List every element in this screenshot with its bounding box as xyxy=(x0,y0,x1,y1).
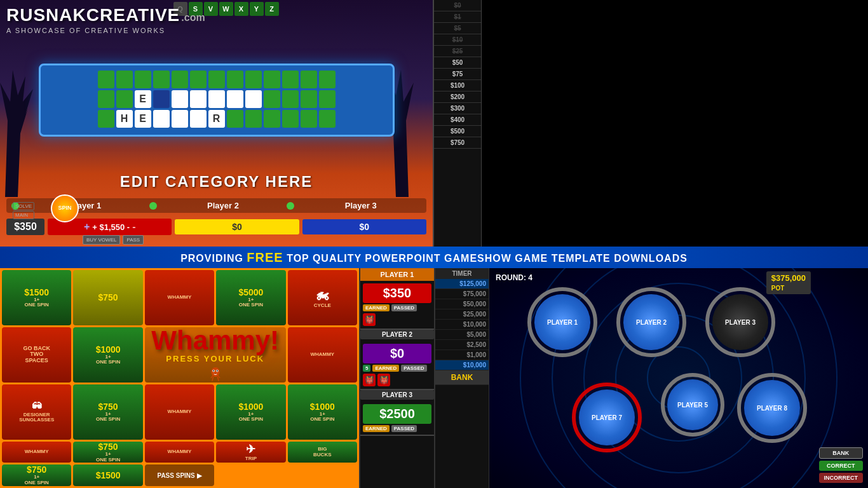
bank-button[interactable]: BANK xyxy=(819,447,864,459)
brand-dotcom: .com xyxy=(181,12,205,24)
spin-badge[interactable]: SPIN xyxy=(51,194,79,222)
cell xyxy=(227,110,243,128)
amount-25: $25 xyxy=(434,46,481,57)
cell-e: E xyxy=(135,90,151,108)
pyl-player3-section: $2500 EARNED PASSED xyxy=(360,402,434,436)
player1-score-value: + $1,550 - xyxy=(92,222,130,232)
wheel-of-fortune-panel: RUSNAKCREATIVE .com A SHOWCASE OF CREATI… xyxy=(0,0,434,248)
pyl-amount: $1000 xyxy=(310,402,335,412)
buy-vowel-button[interactable]: BUY VOWEL xyxy=(83,235,120,245)
wof-row-2: E xyxy=(46,90,388,108)
brand-name: RUSNAKCREATIVE xyxy=(6,5,180,25)
player3-score[interactable]: $0 xyxy=(302,219,426,234)
plus-icon[interactable]: + xyxy=(84,221,90,233)
pyl-cell-5000[interactable]: $5000 1+ONE SPIN xyxy=(216,270,285,325)
pyl-cell-whammy1[interactable]: WHAMMY xyxy=(145,270,214,325)
amount-400: $400 xyxy=(434,114,481,126)
wheel-player2-button[interactable]: PLAYER 2 xyxy=(616,287,686,357)
cell xyxy=(98,71,114,88)
pyl-cell-750d[interactable]: $750 1+ONE SPIN xyxy=(2,464,71,486)
pyl-amount: $750 xyxy=(98,442,118,452)
minus-icon[interactable]: - xyxy=(132,221,135,233)
pyl-label: 1+ONE SPIN xyxy=(239,412,263,423)
cell xyxy=(98,110,114,128)
amount-200: $200 xyxy=(434,92,481,103)
amount-5: $5 xyxy=(434,23,481,34)
cell xyxy=(153,71,170,88)
wp2-label: PLAYER 2 xyxy=(636,319,667,326)
pyl-player2-section: $0 5 EARNED PASSED 👹 👹 xyxy=(360,341,434,390)
cell xyxy=(301,110,317,128)
cashwiz-25000: $25,000 xyxy=(435,309,489,320)
pyl-cell-1500b[interactable]: $1500 xyxy=(73,464,142,486)
alpha-w: W xyxy=(219,2,233,16)
pyl-label: BIGBUCKS xyxy=(313,447,331,458)
pyl-cell-whammy3[interactable]: WHAMMY xyxy=(145,384,214,440)
pyl-cell-750c[interactable]: $750 1+ONE SPIN xyxy=(73,442,142,463)
pyl-player1-section: $350 EARNED PASSED 👹 xyxy=(360,281,434,330)
wp1-label: PLAYER 1 xyxy=(547,319,578,326)
wheel-round-label: ROUND: 4 xyxy=(496,273,532,282)
pyl-cell-1000c[interactable]: $1000 1+ONE SPIN xyxy=(288,384,357,440)
pyl-cell-trip[interactable]: ✈ TRIP xyxy=(216,442,285,463)
svg-point-4 xyxy=(217,370,218,372)
pass-spins-button[interactable]: PASS SPINS ▶ xyxy=(156,471,203,480)
pyl-label: WHAMMY xyxy=(168,409,192,415)
pyl-cell-sunglasses[interactable]: 🕶 DESIGNERSUNGLASSES xyxy=(2,384,71,440)
cashwiz-2500: $2,500 xyxy=(435,340,489,350)
wheel-player3-button[interactable]: PLAYER 3 xyxy=(705,287,775,357)
cell-blank xyxy=(190,90,207,108)
pyl-cell-1500[interactable]: $1500 1+ONE SPIN xyxy=(2,270,71,325)
pyl-cell-pass[interactable]: PASS SPINS ▶ xyxy=(145,464,214,486)
amount-75: $75 xyxy=(434,69,481,80)
whammy-character-icon xyxy=(200,366,231,383)
cashwiz-bank: BANK xyxy=(435,370,489,385)
correct-button[interactable]: CORRECT xyxy=(819,461,864,471)
cell-blank3 xyxy=(172,110,188,128)
pyl-label: GO BACKTWOSPACES xyxy=(23,346,50,365)
pyl-cell-750b[interactable]: $750 1+ONE SPIN xyxy=(73,384,142,440)
wheel-player7-button[interactable]: PLAYER 7 xyxy=(572,383,642,452)
pyl-amount: $1000 xyxy=(238,402,263,412)
wof-action-buttons: BUY VOWEL PASS xyxy=(83,235,144,245)
banner-text: PROVIDING FREE TOP QUALITY POWERPOINT GA… xyxy=(180,250,688,265)
wp3-inner: PLAYER 3 xyxy=(712,294,768,350)
pyl-cell-goback[interactable]: GO BACKTWOSPACES xyxy=(2,327,71,383)
pyl-cell-whammy5[interactable]: WHAMMY xyxy=(145,442,214,463)
cashwiz-1000: $1,000 xyxy=(435,350,489,360)
player2-score[interactable]: $0 xyxy=(175,219,299,234)
cell xyxy=(208,71,225,88)
pyl-cell-bigbucks[interactable]: BIGBUCKS xyxy=(288,442,357,463)
pyl-cell-whammy2[interactable]: WHAMMY xyxy=(288,327,357,383)
wheel-player5-button[interactable]: PLAYER 5 xyxy=(661,373,724,437)
cell-blank2 xyxy=(153,110,170,128)
pyl-center-whammy[interactable]: Whammy! PRESS YOUR LUCK xyxy=(145,327,286,383)
pyl-cell-750[interactable]: $750 xyxy=(73,270,142,325)
wheel-player8-button[interactable]: PLAYER 8 xyxy=(737,373,807,443)
pyl-cell-1000b[interactable]: $1000 1+ONE SPIN xyxy=(216,384,285,440)
pyl-label: WHAMMY xyxy=(168,295,192,301)
wheel-player1-button[interactable]: PLAYER 1 xyxy=(527,287,597,357)
incorrect-button[interactable]: INCORRECT xyxy=(819,473,864,483)
svg-line-9 xyxy=(212,377,214,381)
cell xyxy=(153,90,170,108)
pyl-cell-1000a[interactable]: $1000 1+ONE SPIN xyxy=(73,327,142,383)
pyl-label: 1+ONE SPIN xyxy=(310,412,334,423)
whammy-text: Whammy! xyxy=(151,327,279,354)
cell xyxy=(245,110,262,128)
wof-category[interactable]: EDIT CATEGORY HERE xyxy=(120,173,313,191)
pass-button[interactable]: PASS xyxy=(123,235,144,245)
pyl-amount: $750 xyxy=(98,292,118,302)
pyl-cell-whammy4[interactable]: WHAMMY xyxy=(2,442,71,463)
pyl-cell-cycle[interactable]: 🏍 CYCLE xyxy=(288,270,357,325)
wp2-inner: PLAYER 2 xyxy=(623,294,679,350)
cell-e2: E xyxy=(135,110,151,128)
cell-h: H xyxy=(116,110,133,128)
dond-left-amounts-column: $0 $1 $5 $10 $25 $50 $75 $100 $200 $300 … xyxy=(434,0,482,248)
passed-badge3: PASSED xyxy=(391,425,417,432)
player1-whammy-icons: 👹 xyxy=(363,313,431,326)
pyl-label: 1+ONE SPIN xyxy=(25,297,49,309)
round-score: $350 xyxy=(6,219,44,235)
pyl-player1-score: $350 xyxy=(363,283,431,303)
player2-badges: 5 EARNED PASSED xyxy=(363,365,431,372)
